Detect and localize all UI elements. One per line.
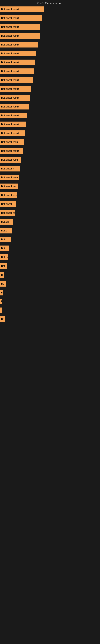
bar-item: Bottleneck resu [0, 157, 100, 162]
bar-item: B [0, 272, 100, 278]
bottleneck-bar: Bottleneck result [0, 15, 42, 21]
bar-item: Bottleneck result [0, 86, 100, 92]
bottleneck-bar: Bottleneck result [0, 130, 25, 136]
bottleneck-bar: Bottlen [0, 219, 13, 224]
bar-item: Bottlen [0, 219, 100, 224]
bar-item: Bottleneck [0, 201, 100, 207]
bottleneck-bar: Bottleneck result [0, 86, 31, 92]
bar-item: I [0, 299, 100, 304]
bar-item: Bottleneck r [0, 166, 100, 172]
bottleneck-bar: Bottleneck result [0, 33, 40, 39]
bar-item: Bottleneck result [0, 68, 100, 74]
bar-item: Bottleneck result [0, 33, 100, 39]
bar-item: Bottleneck result [0, 130, 100, 136]
bottleneck-bar: Bottleneck [0, 201, 16, 207]
bar-item: Bottleneck result [0, 122, 100, 127]
bottleneck-bar: Bot [0, 237, 11, 242]
bar-item: Bottleneck result [0, 24, 100, 30]
bottleneck-bar: Bottleneck result [0, 77, 33, 83]
bar-item: Bottleneck result [0, 192, 100, 198]
bottleneck-bar: Bottleneck result [0, 24, 40, 30]
bottleneck-bar: Bottleneck resu [0, 210, 15, 216]
bottleneck-bar: Bottleneck result [0, 60, 35, 65]
bottleneck-bar [0, 308, 2, 313]
bar-item: Bottleneck resul [0, 139, 100, 145]
bar-item: Bottleneck result [0, 148, 100, 154]
bottleneck-bar: Bottleneck result [0, 113, 27, 118]
bar-item: Bo [0, 316, 100, 322]
bottleneck-bar: Bottleneck res [0, 184, 18, 189]
bar-item: Bottleneck res [0, 184, 100, 189]
bottleneck-bar: Bottleneck result [0, 148, 23, 154]
bottleneck-bar: Bottlene [0, 254, 8, 260]
bar-item: Bottleneck result [0, 113, 100, 118]
bottleneck-bar: Bottleneck result [0, 51, 36, 56]
bottleneck-bar: Bottleneck result [0, 122, 26, 127]
bar-item: Bottleneck resu [0, 175, 100, 180]
bottleneck-bar: Bottleneck result [0, 6, 44, 12]
bottleneck-bar: Bottleneck resu [0, 175, 19, 180]
bottleneck-bar: Bo [0, 316, 5, 322]
bar-item: Bottleneck result [0, 6, 100, 12]
bar-item: Bottl [0, 246, 100, 251]
bottleneck-bar: Bottleneck result [0, 42, 38, 48]
bottleneck-bar: Bottleneck result [0, 192, 17, 198]
bar-item: Bottleneck resu [0, 210, 100, 216]
bottleneck-bar: Bottleneck result [0, 104, 29, 110]
bar-item: Bottleneck result [0, 77, 100, 83]
bar-item: Bot [0, 263, 100, 269]
bar-item: Bottleneck result [0, 15, 100, 21]
bar-item: Bottleneck result [0, 104, 100, 110]
bar-item: Bot [0, 237, 100, 242]
bar-item: B [0, 290, 100, 296]
bottleneck-bar: Bottleneck resu [0, 157, 21, 162]
bottleneck-bar: Bottleneck result [0, 68, 34, 74]
bottleneck-bar: B [0, 290, 3, 296]
bar-item: Bottleneck result [0, 51, 100, 56]
bottleneck-bar: Bo [0, 281, 6, 286]
bottleneck-bar: Bottleneck result [0, 95, 30, 100]
bottleneck-bar: Bottleneck resul [0, 139, 24, 145]
bar-item: Bottlene [0, 254, 100, 260]
bottleneck-bar: Bottle [0, 228, 12, 234]
bottleneck-bar: B [0, 272, 3, 278]
bar-item: Bottleneck result [0, 60, 100, 65]
bar-item [0, 308, 100, 313]
bottleneck-bar: Bottleneck r [0, 166, 20, 172]
site-title: TheBottlenecker.com [0, 0, 100, 6]
bottleneck-bar: I [0, 299, 2, 304]
bar-item: Bottle [0, 228, 100, 234]
bottleneck-bar: Bottl [0, 246, 9, 251]
bar-item: Bo [0, 281, 100, 286]
bar-item: Bottleneck result [0, 95, 100, 100]
bar-item: Bottleneck result [0, 42, 100, 48]
bottleneck-bar: Bot [0, 263, 7, 269]
site-header: TheBottlenecker.com [0, 0, 100, 6]
bars-wrapper: Bottleneck resultBottleneck resultBottle… [0, 6, 100, 322]
